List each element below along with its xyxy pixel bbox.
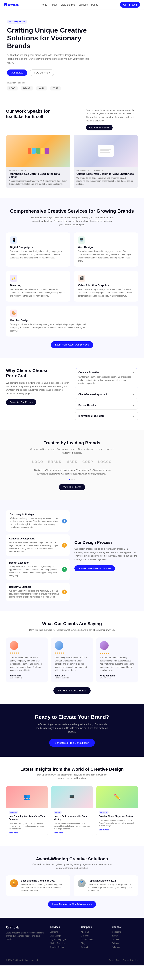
process-step-3: Delivery & Support We don't just deliver…	[6, 583, 70, 601]
navbar: C CraftLab Home About Case Studies Servi…	[0, 0, 144, 10]
service-card-1: 🖥️ Web Design Our websites are designed …	[74, 232, 138, 267]
work-card-2-desc: We created a bold and innovative web pre…	[77, 177, 135, 186]
award-icon-0: 🏆	[10, 879, 18, 887]
service-card-3: 🎬 Video & Motion Graphics Video content …	[74, 270, 138, 302]
process-step-desc-2: Through careful and skillful execution, …	[9, 565, 66, 577]
awards-cta-container: Learn More About Our Achievements	[6, 901, 138, 908]
footer-link-2-3[interactable]: Dribbble	[112, 942, 138, 945]
award-title-0: Best Branding Campaign 2023	[21, 879, 66, 882]
why-section: Why Clients Choose PortoCraft We combine…	[0, 358, 144, 430]
testimonials-cta-button[interactable]: See More Success Stories	[53, 687, 90, 694]
dot-0[interactable]	[69, 479, 70, 480]
nav-pages[interactable]: Pages	[91, 3, 98, 6]
accordion-item-1[interactable]: Client-Focused Approach ▼	[75, 390, 138, 399]
award-desc-1: Awarded for excellence in digital design…	[88, 883, 134, 892]
process-right-title: Our Design Process	[74, 540, 138, 545]
dot-1[interactable]	[71, 479, 73, 480]
footer-col-2: Connect Instagram Twitter LinkedIn Dribb…	[112, 926, 138, 950]
testimonials-grid: ★★★★★ CraftLab transformed our brand ide…	[6, 638, 138, 682]
service-title-0: Digital Campaigns	[10, 246, 66, 249]
brands-cta-button[interactable]: View Our Clients	[59, 484, 85, 490]
blog-body-0: Branding How Branding Can Transform Your…	[6, 808, 48, 836]
awards-cta-button[interactable]: Learn More About Our Achievements	[48, 901, 96, 908]
footer-link-2-4[interactable]: Behance	[112, 946, 138, 948]
service-desc-1: Our websites are designed to engage and …	[78, 250, 134, 262]
testimonials-title: What Our Clients Are Saying	[6, 621, 138, 626]
awards-grid: 🏆 Best Branding Campaign 2023 Recognized…	[6, 875, 138, 896]
process-steps: Discovery & Strategy We begin by deeply …	[6, 510, 70, 601]
cta-title: Ready to Elevate Your Brand?	[6, 714, 138, 720]
footer-link-0-2[interactable]: Digital Campaigns	[50, 939, 76, 941]
services-cta-button[interactable]: Learn More About Our Services	[51, 341, 93, 348]
service-card-4: 🎨 Graphic Design Bringing your ideas to …	[6, 305, 138, 337]
testimonial-card-1: ★★★★★ Outstanding work from start to fin…	[51, 638, 93, 682]
stars-1: ★★★★★	[54, 652, 89, 654]
nav-about[interactable]: About	[51, 3, 57, 6]
blog-read-1[interactable]: Read More	[54, 832, 90, 834]
award-content-1: Top Digital Agency 2022 Awarded for exce…	[88, 879, 134, 892]
footer-link-0-3[interactable]: Motion Graphics	[50, 942, 76, 945]
blog-card-1: 💻 Design How to Build a Memorable Brand …	[51, 786, 93, 837]
footer-link-1-4[interactable]: Contact	[81, 946, 107, 948]
why-cta-button[interactable]: Connect to Our Experts	[6, 399, 36, 405]
blog-read-2[interactable]: See Our Faq	[99, 829, 135, 831]
brand-4: LOGCO	[98, 460, 112, 464]
footer-desc: We're a creative studio focused on build…	[6, 931, 45, 941]
navbar-cta-button[interactable]: Get In Touch	[120, 2, 140, 8]
hero-primary-button[interactable]: Get Started	[7, 70, 27, 76]
accordion-header-2: Proven Results ▼	[78, 404, 134, 407]
brand-0: LOGO	[32, 460, 43, 464]
work-title: Our Work Speaks for Itselfaks for It sel…	[6, 108, 62, 119]
blog-read-0[interactable]: Read More	[9, 832, 45, 834]
testimonials-subtitle: Don't just take our word for it. Here's …	[28, 628, 116, 632]
services-grid: 📱 Digital Campaigns Our team builds a ro…	[6, 232, 138, 337]
accordion-item-3[interactable]: Innovation at Our Core ▼	[75, 412, 138, 420]
footer-link-0-1[interactable]: Web Design	[50, 935, 76, 937]
footer-policy[interactable]: Privacy Policy · Terms of Service	[109, 959, 138, 961]
blog-desc-1: Discover the key elements of building a …	[54, 822, 90, 830]
blog-title: Latest Insights from the World of Creati…	[6, 767, 138, 772]
brand-logo-1: LOGO	[7, 86, 18, 91]
stars-2: ★★★★★	[100, 652, 134, 654]
accordion-arrow-1: ▼	[133, 393, 134, 396]
process-right-desc: Our design process is built on a foundat…	[74, 547, 138, 561]
blog-title-2: Creative Times Magazine Feature	[99, 815, 135, 818]
nav-case-studies[interactable]: Case Studies	[61, 3, 75, 6]
accordion-item-0[interactable]: Creative Expertise ▲ Our team of creativ…	[75, 368, 138, 388]
cta-main-button[interactable]: Schedule a Free Consultation	[49, 739, 94, 747]
work-card-1: Branding / Retail Rebranding XYZ Corp to…	[6, 135, 70, 188]
footer-link-0-4[interactable]: Graphic Design	[50, 946, 76, 948]
brand-3: CORP	[82, 460, 93, 464]
brand-logo-2: BRAND	[21, 86, 33, 91]
work-cta-button[interactable]: Explore Full Projects	[86, 125, 113, 130]
footer-link-2-2[interactable]: LinkedIn	[112, 939, 138, 941]
footer-top: CraftLab We're a creative studio focused…	[6, 926, 138, 950]
dot-2[interactable]	[74, 479, 75, 480]
footer-link-1-2[interactable]: Case Studies	[81, 939, 107, 941]
testimonial-card-2: ★★★★★ The CraftLab team consistently del…	[96, 638, 138, 682]
brand-1: BRAND	[48, 460, 62, 464]
hero-secondary-button[interactable]: View Our Work	[30, 69, 54, 76]
footer-link-2-1[interactable]: Twitter	[112, 935, 138, 937]
process-cta-button[interactable]: Learn How We Make Our Process	[74, 565, 115, 571]
blog-grid: 👥 Branding How Branding Can Transform Yo…	[6, 786, 138, 837]
step-indicator-3: 4	[62, 590, 67, 594]
nav-services[interactable]: Services	[78, 3, 88, 6]
work-grid: Branding / Retail Rebranding XYZ Corp to…	[6, 135, 138, 188]
footer-link-1-1[interactable]: Our Work	[81, 935, 107, 937]
footer-link-0-0[interactable]: Branding	[50, 931, 76, 933]
nav-home[interactable]: Home	[41, 3, 47, 6]
testimonial-text-1: Outstanding work from start to finish. C…	[54, 656, 89, 672]
footer-link-1-0[interactable]: About Us	[81, 931, 107, 933]
work-card-2: Web Design / Corporate Cutting-Edge Web …	[74, 135, 138, 188]
service-title-1: Web Design	[78, 246, 134, 249]
process-step-title-0: Discovery & Strategy	[10, 513, 66, 516]
award-content-0: Best Branding Campaign 2023 Recognized f…	[21, 879, 66, 892]
award-card-0: 🏆 Best Branding Campaign 2023 Recognized…	[6, 875, 70, 896]
process-step-title-1: Concept Development	[9, 537, 66, 540]
footer-link-2-0[interactable]: Instagram	[112, 931, 138, 933]
accordion-item-2[interactable]: Proven Results ▼	[75, 401, 138, 410]
accordion-arrow-2: ▼	[133, 404, 134, 406]
footer-link-1-3[interactable]: Blog	[81, 942, 107, 945]
hero-buttons: Get Started View Our Work	[7, 69, 137, 76]
